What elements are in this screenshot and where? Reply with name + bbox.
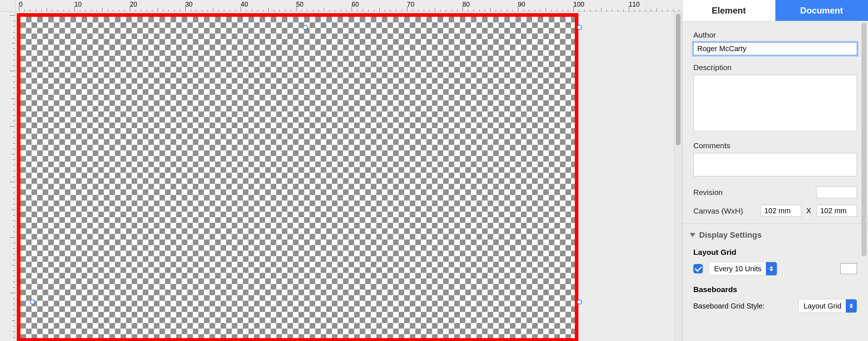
ruler-tick <box>163 9 163 11</box>
ruler-tick <box>452 9 452 11</box>
canvas-width-input[interactable] <box>760 205 801 217</box>
ruler-tick <box>158 8 158 11</box>
ruler-tick <box>584 9 585 11</box>
ruler-number: 10 <box>0 71 1 78</box>
ruler-number: 20 <box>0 126 1 134</box>
ruler-tick <box>13 104 15 104</box>
ruler-tick <box>368 9 369 11</box>
description-input[interactable] <box>693 75 857 131</box>
selection-handle-left[interactable] <box>30 299 35 304</box>
ruler-tick <box>357 9 357 11</box>
ruler-tick <box>402 9 402 11</box>
layout-grid-select[interactable]: Every 10 Units <box>709 262 777 276</box>
layout-grid-color-swatch[interactable] <box>840 263 857 274</box>
revision-input[interactable] <box>816 186 857 198</box>
ruler-tick <box>13 193 15 193</box>
ruler-number: 40 <box>241 1 248 8</box>
baseboard-grid-style-value: Layout Grid <box>804 302 846 310</box>
ruler-tick <box>440 9 441 11</box>
ruler-tick <box>490 8 491 11</box>
ruler-tick <box>385 9 385 11</box>
layout-grid-checkbox[interactable] <box>693 264 703 273</box>
ruler-number: 80 <box>462 1 470 8</box>
ruler-tick <box>13 93 15 93</box>
comments-label: Comments <box>693 141 857 150</box>
ruler-tick <box>252 9 252 11</box>
tab-document[interactable]: Document <box>775 0 868 21</box>
ruler-number: 20 <box>130 1 137 8</box>
ruler-tick <box>473 9 474 11</box>
ruler-tick <box>141 9 141 11</box>
ruler-tick <box>13 171 15 171</box>
ruler-tick <box>285 9 286 11</box>
comments-input[interactable] <box>693 153 857 176</box>
ruler-tick <box>396 9 396 11</box>
ruler-tick <box>291 9 291 11</box>
ruler-tick <box>579 9 579 11</box>
ruler-tick <box>47 8 47 11</box>
ruler-tick <box>13 326 15 326</box>
ruler-tick <box>390 9 391 11</box>
ruler-tick <box>13 121 15 121</box>
ruler-tick <box>13 149 15 149</box>
ruler-number: 70 <box>407 1 414 8</box>
ruler-tick <box>13 215 15 215</box>
ruler-tick <box>108 9 108 11</box>
canvas-scrollbar-vertical[interactable] <box>674 12 682 341</box>
canvas-height-input[interactable] <box>816 205 857 217</box>
ruler-tick <box>535 9 535 11</box>
ruler-number: 90 <box>518 1 525 8</box>
ruler-tick <box>41 9 42 11</box>
ruler-vertical[interactable]: 102030405060 <box>0 12 15 341</box>
ruler-tick <box>174 9 175 11</box>
ruler-tick <box>10 293 15 293</box>
ruler-tick <box>13 32 15 32</box>
ruler-tick <box>13 60 15 60</box>
ruler-tick <box>10 71 15 71</box>
ruler-horizontal[interactable]: 010203040506070809010011012 <box>15 0 682 12</box>
ruler-tick <box>13 132 15 132</box>
ruler-tick <box>213 8 213 11</box>
baseboards-heading: Baseboards <box>693 285 857 294</box>
ruler-tick <box>246 9 247 11</box>
inspector-scrollbar[interactable] <box>861 23 867 256</box>
ruler-tick <box>557 9 557 11</box>
ruler-tick <box>496 9 496 11</box>
ruler-tick <box>13 165 15 165</box>
ruler-tick <box>468 9 468 11</box>
baseboard-grid-style-select[interactable]: Layout Grid <box>798 299 857 313</box>
ruler-tick <box>13 110 15 110</box>
ruler-tick <box>551 9 551 11</box>
ruler-number: 100 <box>573 1 584 8</box>
display-settings-header[interactable]: Display Settings <box>682 223 868 245</box>
selection-handle-top-right[interactable] <box>577 25 582 30</box>
ruler-tick <box>646 9 646 11</box>
ruler-tick <box>13 115 15 116</box>
ruler-tick <box>13 254 15 254</box>
canvas-scrollbar-thumb[interactable] <box>676 14 681 145</box>
tab-element[interactable]: Element <box>682 0 775 21</box>
selection-handle-right[interactable] <box>577 299 582 304</box>
selection-handle-top[interactable] <box>303 25 308 30</box>
ruler-tick <box>479 9 480 11</box>
author-input[interactable] <box>693 42 857 55</box>
ruler-number: 0 <box>19 1 23 8</box>
canvas-content[interactable] <box>17 13 578 341</box>
ruler-number: 40 <box>0 237 1 245</box>
ruler-tick <box>13 49 15 49</box>
ruler-tick <box>69 9 69 11</box>
inspector-tabs: Element Document <box>682 0 868 21</box>
ruler-number: 30 <box>0 182 1 189</box>
ruler-tick <box>24 9 25 11</box>
ruler-tick <box>667 9 668 11</box>
ruler-tick <box>191 9 191 11</box>
revision-label: Revision <box>693 188 811 197</box>
ruler-tick <box>13 199 15 199</box>
ruler-tick <box>52 9 53 11</box>
ruler-tick <box>13 187 15 188</box>
canvas-viewport[interactable] <box>0 0 682 341</box>
ruler-number: 60 <box>352 1 359 8</box>
ruler-tick <box>341 9 341 11</box>
ruler-tick <box>13 88 15 88</box>
ruler-tick <box>10 15 15 16</box>
